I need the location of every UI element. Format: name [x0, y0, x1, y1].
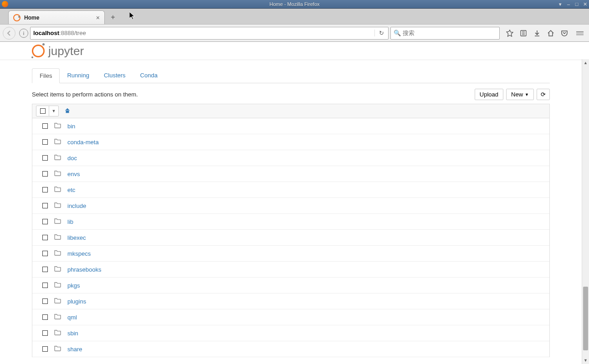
- url-host: localhost: [33, 30, 59, 36]
- site-info-icon[interactable]: i: [19, 29, 28, 38]
- refresh-button[interactable]: ⟳: [537, 89, 550, 100]
- select-all-checkbox[interactable]: [36, 106, 49, 116]
- file-checkbox[interactable]: [42, 219, 48, 224]
- folder-icon: [54, 250, 61, 257]
- tab-conda[interactable]: Conda: [133, 68, 165, 83]
- pocket-icon[interactable]: [561, 30, 568, 37]
- file-row: qml: [32, 309, 549, 325]
- search-bar[interactable]: 🔍: [390, 27, 500, 40]
- scroll-thumb[interactable]: [583, 287, 588, 350]
- window-title: Home - Mozilla Firefox: [269, 1, 319, 7]
- file-checkbox[interactable]: [42, 187, 48, 192]
- browser-tab-home[interactable]: Home ×: [8, 10, 105, 24]
- file-link[interactable]: conda-meta: [67, 139, 99, 146]
- folder-icon: [54, 345, 61, 353]
- vertical-scrollbar[interactable]: ▲ ▼: [582, 59, 589, 364]
- jupyter-logo[interactable]: jupyter: [32, 44, 84, 58]
- browser-tab-title: Home: [24, 15, 92, 21]
- file-link[interactable]: sbin: [67, 330, 78, 337]
- folder-icon: [54, 313, 61, 321]
- file-link[interactable]: plugins: [67, 298, 86, 305]
- jupyter-logo-text: jupyter: [48, 44, 84, 58]
- downloads-icon[interactable]: [533, 30, 541, 37]
- file-row: include: [32, 198, 549, 214]
- folder-icon: [54, 298, 61, 305]
- folder-icon: [54, 282, 61, 289]
- scroll-up-button[interactable]: ▲: [582, 59, 589, 66]
- file-checkbox[interactable]: [42, 235, 48, 240]
- url-path: /tree: [74, 30, 86, 36]
- file-link[interactable]: etc: [67, 187, 75, 193]
- folder-icon: [54, 329, 61, 337]
- file-link[interactable]: mkspecs: [67, 250, 91, 257]
- new-button-label: New: [511, 91, 523, 98]
- file-link[interactable]: libexec: [67, 234, 86, 241]
- new-tab-button[interactable]: +: [108, 12, 118, 22]
- file-row: doc: [32, 150, 549, 166]
- tab-close-icon[interactable]: ×: [96, 14, 100, 21]
- file-checkbox[interactable]: [42, 171, 48, 177]
- reload-icon[interactable]: ↻: [374, 30, 385, 36]
- folder-icon: [54, 154, 61, 162]
- file-checkbox[interactable]: [42, 203, 48, 208]
- refresh-icon: ⟳: [541, 91, 546, 98]
- file-row: sbin: [32, 325, 549, 341]
- window-maximize-button[interactable]: □: [574, 1, 580, 7]
- file-row: pkgs: [32, 278, 549, 293]
- jupyter-header: jupyter: [0, 42, 582, 60]
- search-icon: 🔍: [394, 30, 401, 36]
- select-all-dropdown[interactable]: ▼: [49, 106, 58, 116]
- folder-icon: [54, 234, 61, 241]
- file-checkbox[interactable]: [42, 330, 48, 336]
- home-icon[interactable]: [547, 30, 554, 37]
- file-checkbox[interactable]: [42, 283, 48, 288]
- url-port: :8888: [59, 30, 74, 36]
- file-row: phrasebooks: [32, 262, 549, 278]
- tab-files[interactable]: Files: [32, 68, 60, 83]
- jupyter-logo-icon: [32, 45, 45, 57]
- file-checkbox[interactable]: [42, 346, 48, 352]
- file-checkbox[interactable]: [42, 267, 48, 272]
- file-checkbox[interactable]: [42, 139, 48, 145]
- jupyter-favicon-icon: [13, 14, 20, 21]
- menu-hamburger-icon[interactable]: [574, 30, 582, 37]
- browser-tabbar: Home × +: [0, 9, 589, 24]
- new-button[interactable]: New ▼: [506, 89, 534, 100]
- file-link[interactable]: doc: [67, 155, 77, 162]
- folder-icon: [54, 202, 61, 209]
- tab-clusters[interactable]: Clusters: [97, 68, 133, 83]
- file-link[interactable]: bin: [67, 123, 75, 130]
- upload-button[interactable]: Upload: [475, 89, 503, 100]
- file-link[interactable]: phrasebooks: [67, 266, 101, 273]
- file-link[interactable]: qml: [67, 314, 77, 321]
- file-link[interactable]: envs: [67, 171, 80, 177]
- file-row: lib: [32, 214, 549, 230]
- file-checkbox[interactable]: [42, 314, 48, 320]
- file-row: libexec: [32, 230, 549, 246]
- file-link[interactable]: share: [67, 346, 82, 353]
- tab-running[interactable]: Running: [60, 68, 96, 83]
- bookmark-star-icon[interactable]: [506, 30, 513, 37]
- file-row: share: [32, 341, 549, 357]
- file-link[interactable]: pkgs: [67, 282, 80, 289]
- url-bar[interactable]: localhost:8888/tree ↻: [30, 27, 389, 40]
- window-showdesktop-button[interactable]: ▾: [557, 1, 563, 7]
- folder-icon: [54, 218, 61, 225]
- file-checkbox[interactable]: [42, 155, 48, 161]
- firefox-icon: [2, 1, 8, 7]
- folder-icon: [54, 122, 61, 130]
- scroll-down-button[interactable]: ▼: [582, 357, 589, 364]
- file-link[interactable]: include: [67, 202, 86, 209]
- file-checkbox[interactable]: [42, 298, 48, 304]
- search-input[interactable]: [403, 30, 497, 36]
- window-close-button[interactable]: ✕: [582, 1, 588, 7]
- bookmarks-list-icon[interactable]: [520, 30, 527, 37]
- nav-back-button[interactable]: [3, 27, 15, 40]
- file-link[interactable]: lib: [67, 218, 73, 225]
- breadcrumb-home-icon[interactable]: [64, 107, 71, 115]
- file-row: plugins: [32, 293, 549, 309]
- file-row: etc: [32, 182, 549, 198]
- file-checkbox[interactable]: [42, 123, 48, 129]
- window-minimize-button[interactable]: –: [565, 1, 572, 7]
- file-checkbox[interactable]: [42, 251, 48, 256]
